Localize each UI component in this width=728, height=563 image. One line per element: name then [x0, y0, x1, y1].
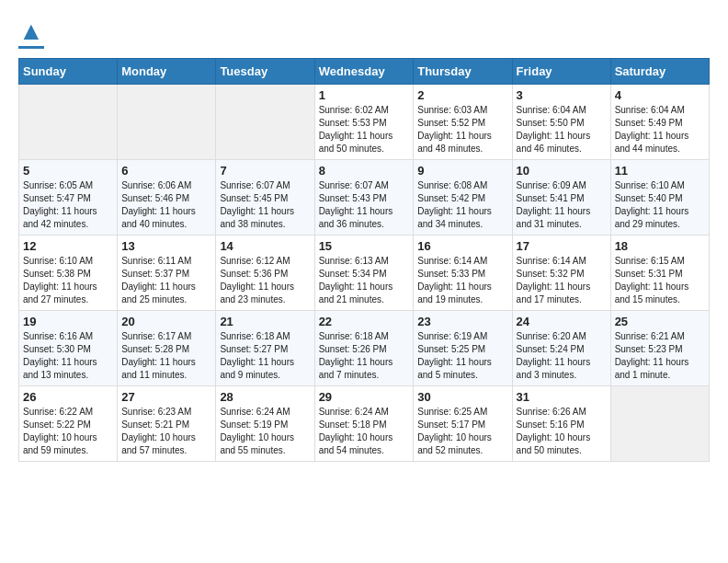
day-number: 29 [319, 390, 410, 404]
calendar-cell: 25Sunrise: 6:21 AMSunset: 5:23 PMDayligh… [610, 311, 709, 386]
day-number: 11 [615, 164, 705, 178]
calendar-cell: 15Sunrise: 6:13 AMSunset: 5:34 PMDayligh… [314, 236, 414, 311]
day-info: Sunrise: 6:22 AMSunset: 5:22 PMDaylight:… [23, 406, 113, 457]
day-info: Sunrise: 6:05 AMSunset: 5:47 PMDaylight:… [23, 179, 113, 231]
calendar-cell [216, 85, 314, 160]
day-number: 17 [517, 239, 607, 253]
day-info: Sunrise: 6:19 AMSunset: 5:25 PMDaylight:… [417, 330, 507, 382]
day-number: 27 [121, 390, 211, 404]
day-info: Sunrise: 6:16 AMSunset: 5:30 PMDaylight:… [23, 330, 113, 382]
day-info: Sunrise: 6:11 AMSunset: 5:37 PMDaylight:… [121, 255, 211, 306]
day-number: 1 [319, 88, 410, 102]
calendar-cell: 22Sunrise: 6:18 AMSunset: 5:26 PMDayligh… [314, 311, 414, 386]
day-info: Sunrise: 6:10 AMSunset: 5:40 PMDaylight:… [615, 179, 705, 231]
day-info: Sunrise: 6:06 AMSunset: 5:46 PMDaylight:… [121, 179, 211, 231]
calendar-week-row: 26Sunrise: 6:22 AMSunset: 5:22 PMDayligh… [19, 386, 710, 462]
calendar-header-row: SundayMondayTuesdayWednesdayThursdayFrid… [19, 59, 710, 85]
day-info: Sunrise: 6:17 AMSunset: 5:28 PMDaylight:… [121, 330, 211, 382]
day-number: 12 [23, 239, 113, 253]
weekday-header-monday: Monday [118, 59, 216, 85]
day-info: Sunrise: 6:04 AMSunset: 5:50 PMDaylight:… [517, 104, 607, 155]
day-info: Sunrise: 6:10 AMSunset: 5:38 PMDaylight:… [23, 255, 113, 306]
weekday-header-tuesday: Tuesday [216, 59, 314, 85]
day-number: 20 [121, 315, 211, 328]
day-number: 4 [615, 88, 705, 102]
page-header: ▲ [18, 18, 710, 49]
calendar-cell: 6Sunrise: 6:06 AMSunset: 5:46 PMDaylight… [118, 160, 216, 236]
day-info: Sunrise: 6:18 AMSunset: 5:27 PMDaylight:… [220, 330, 310, 382]
day-info: Sunrise: 6:07 AMSunset: 5:45 PMDaylight:… [220, 179, 310, 231]
day-number: 14 [220, 239, 310, 253]
day-info: Sunrise: 6:12 AMSunset: 5:36 PMDaylight:… [220, 255, 310, 306]
calendar-cell: 5Sunrise: 6:05 AMSunset: 5:47 PMDaylight… [19, 160, 118, 236]
logo: ▲ [18, 18, 44, 49]
calendar-week-row: 5Sunrise: 6:05 AMSunset: 5:47 PMDaylight… [19, 160, 710, 236]
calendar-cell: 4Sunrise: 6:04 AMSunset: 5:49 PMDaylight… [610, 85, 709, 160]
weekday-header-friday: Friday [512, 59, 610, 85]
calendar-cell: 1Sunrise: 6:02 AMSunset: 5:53 PMDaylight… [314, 85, 414, 160]
calendar-week-row: 12Sunrise: 6:10 AMSunset: 5:38 PMDayligh… [19, 236, 710, 311]
day-info: Sunrise: 6:09 AMSunset: 5:41 PMDaylight:… [517, 179, 607, 231]
day-info: Sunrise: 6:26 AMSunset: 5:16 PMDaylight:… [517, 406, 607, 457]
calendar-cell: 20Sunrise: 6:17 AMSunset: 5:28 PMDayligh… [118, 311, 216, 386]
logo-underline [18, 46, 44, 49]
calendar-cell: 12Sunrise: 6:10 AMSunset: 5:38 PMDayligh… [19, 236, 118, 311]
calendar-week-row: 19Sunrise: 6:16 AMSunset: 5:30 PMDayligh… [19, 311, 710, 386]
calendar-cell: 21Sunrise: 6:18 AMSunset: 5:27 PMDayligh… [216, 311, 314, 386]
day-info: Sunrise: 6:24 AMSunset: 5:18 PMDaylight:… [319, 406, 410, 457]
day-number: 5 [23, 164, 113, 178]
day-number: 24 [517, 315, 607, 328]
day-number: 15 [319, 239, 410, 253]
calendar-cell: 18Sunrise: 6:15 AMSunset: 5:31 PMDayligh… [610, 236, 709, 311]
day-info: Sunrise: 6:13 AMSunset: 5:34 PMDaylight:… [319, 255, 410, 306]
calendar-cell: 3Sunrise: 6:04 AMSunset: 5:50 PMDaylight… [512, 85, 610, 160]
day-number: 28 [220, 390, 310, 404]
calendar-cell: 2Sunrise: 6:03 AMSunset: 5:52 PMDaylight… [414, 85, 512, 160]
day-number: 22 [319, 315, 410, 328]
logo-text: ▲ [18, 18, 44, 44]
calendar-cell: 7Sunrise: 6:07 AMSunset: 5:45 PMDaylight… [216, 160, 314, 236]
calendar-cell: 31Sunrise: 6:26 AMSunset: 5:16 PMDayligh… [512, 386, 610, 462]
day-number: 7 [220, 164, 310, 178]
calendar-table: SundayMondayTuesdayWednesdayThursdayFrid… [18, 58, 710, 462]
day-info: Sunrise: 6:04 AMSunset: 5:49 PMDaylight:… [615, 104, 705, 155]
weekday-header-wednesday: Wednesday [314, 59, 414, 85]
day-number: 18 [615, 239, 705, 253]
day-number: 16 [417, 239, 507, 253]
calendar-cell: 24Sunrise: 6:20 AMSunset: 5:24 PMDayligh… [512, 311, 610, 386]
calendar-week-row: 1Sunrise: 6:02 AMSunset: 5:53 PMDaylight… [19, 85, 710, 160]
day-number: 26 [23, 390, 113, 404]
calendar-cell: 16Sunrise: 6:14 AMSunset: 5:33 PMDayligh… [414, 236, 512, 311]
day-number: 13 [121, 239, 211, 253]
day-number: 8 [319, 164, 410, 178]
day-number: 21 [220, 315, 310, 328]
day-number: 2 [417, 88, 507, 102]
calendar-cell [118, 85, 216, 160]
calendar-cell [610, 386, 709, 462]
calendar-cell: 10Sunrise: 6:09 AMSunset: 5:41 PMDayligh… [512, 160, 610, 236]
day-info: Sunrise: 6:08 AMSunset: 5:42 PMDaylight:… [417, 179, 507, 231]
day-info: Sunrise: 6:25 AMSunset: 5:17 PMDaylight:… [417, 406, 507, 457]
day-number: 23 [417, 315, 507, 328]
calendar-cell: 30Sunrise: 6:25 AMSunset: 5:17 PMDayligh… [414, 386, 512, 462]
calendar-cell: 26Sunrise: 6:22 AMSunset: 5:22 PMDayligh… [19, 386, 118, 462]
day-number: 25 [615, 315, 705, 328]
day-info: Sunrise: 6:07 AMSunset: 5:43 PMDaylight:… [319, 179, 410, 231]
day-number: 10 [517, 164, 607, 178]
calendar-cell: 19Sunrise: 6:16 AMSunset: 5:30 PMDayligh… [19, 311, 118, 386]
day-number: 19 [23, 315, 113, 328]
day-number: 30 [417, 390, 507, 404]
day-info: Sunrise: 6:23 AMSunset: 5:21 PMDaylight:… [121, 406, 211, 457]
calendar-cell: 17Sunrise: 6:14 AMSunset: 5:32 PMDayligh… [512, 236, 610, 311]
day-number: 6 [121, 164, 211, 178]
day-info: Sunrise: 6:02 AMSunset: 5:53 PMDaylight:… [319, 104, 410, 155]
day-info: Sunrise: 6:14 AMSunset: 5:33 PMDaylight:… [417, 255, 507, 306]
calendar-cell: 14Sunrise: 6:12 AMSunset: 5:36 PMDayligh… [216, 236, 314, 311]
day-number: 9 [417, 164, 507, 178]
calendar-cell: 11Sunrise: 6:10 AMSunset: 5:40 PMDayligh… [610, 160, 709, 236]
calendar-cell: 29Sunrise: 6:24 AMSunset: 5:18 PMDayligh… [314, 386, 414, 462]
day-info: Sunrise: 6:18 AMSunset: 5:26 PMDaylight:… [319, 330, 410, 382]
weekday-header-sunday: Sunday [19, 59, 118, 85]
calendar-cell: 28Sunrise: 6:24 AMSunset: 5:19 PMDayligh… [216, 386, 314, 462]
day-info: Sunrise: 6:14 AMSunset: 5:32 PMDaylight:… [517, 255, 607, 306]
